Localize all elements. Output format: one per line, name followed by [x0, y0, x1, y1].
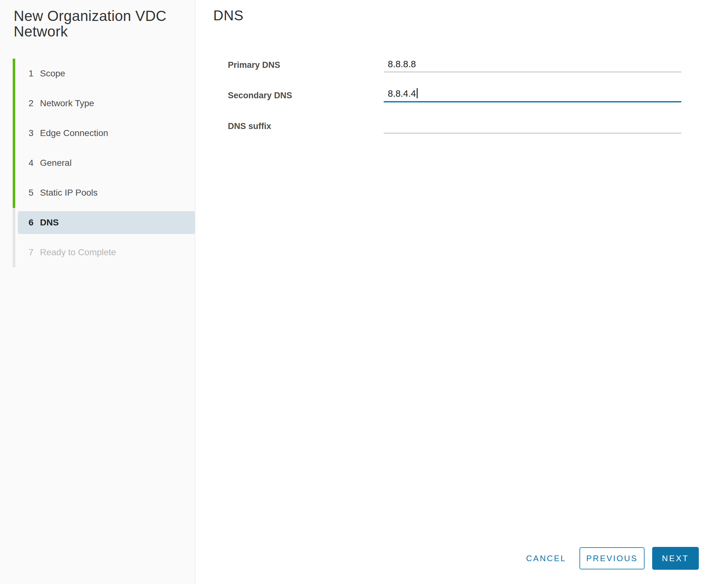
dns-suffix-label: DNS suffix: [228, 120, 271, 131]
step-label: DNS: [40, 218, 59, 228]
primary-dns-value: 8.8.8.8: [388, 59, 416, 69]
step-number: 7: [29, 247, 40, 257]
step-number: 1: [29, 68, 40, 79]
sidebar-step-ready-to-complete: 7 Ready to Complete: [18, 241, 195, 264]
cancel-button[interactable]: CANCEL: [526, 554, 566, 563]
primary-dns-input[interactable]: 8.8.8.8: [384, 59, 681, 72]
secondary-dns-input[interactable]: 8.8.4.4: [384, 90, 681, 103]
step-label: Network Type: [40, 98, 94, 108]
dns-suffix-input[interactable]: [384, 120, 681, 134]
primary-dns-label: Primary DNS: [228, 59, 280, 70]
previous-button[interactable]: PREVIOUS: [579, 547, 644, 569]
wizard-footer: CANCEL PREVIOUS NEXT: [526, 547, 699, 570]
step-number: 2: [29, 98, 40, 108]
step-label: Ready to Complete: [40, 247, 116, 257]
secondary-dns-value: 8.8.4.4: [388, 88, 416, 99]
step-number: 4: [29, 158, 40, 168]
step-label: Scope: [40, 68, 65, 79]
step-label: Static IP Pools: [40, 188, 98, 198]
secondary-dns-label: Secondary DNS: [228, 90, 292, 101]
wizard-step-list: 1 Scope 2 Network Type 3 Edge Connection…: [0, 62, 195, 264]
step-number: 6: [29, 218, 40, 228]
next-button[interactable]: NEXT: [652, 547, 699, 570]
step-label: Edge Connection: [40, 128, 108, 138]
step-label: General: [40, 158, 72, 168]
sidebar-step-general[interactable]: 4 General: [18, 151, 195, 174]
page-title: DNS: [213, 8, 244, 24]
step-number: 5: [29, 188, 40, 198]
wizard-title: New Organization VDC Network: [14, 8, 182, 39]
sidebar-step-scope[interactable]: 1 Scope: [18, 62, 195, 85]
wizard-sidebar: New Organization VDC Network 1 Scope 2 N…: [0, 0, 195, 584]
sidebar-step-static-ip-pools[interactable]: 5 Static IP Pools: [18, 182, 195, 204]
text-caret: [417, 88, 418, 98]
sidebar-step-dns[interactable]: 6 DNS: [18, 211, 195, 234]
dns-step-panel: DNS Primary DNS 8.8.8.8 Secondary DNS 8.…: [196, 0, 728, 584]
sidebar-step-network-type[interactable]: 2 Network Type: [18, 92, 195, 115]
step-number: 3: [29, 128, 40, 138]
sidebar-step-edge-connection[interactable]: 3 Edge Connection: [18, 122, 195, 145]
